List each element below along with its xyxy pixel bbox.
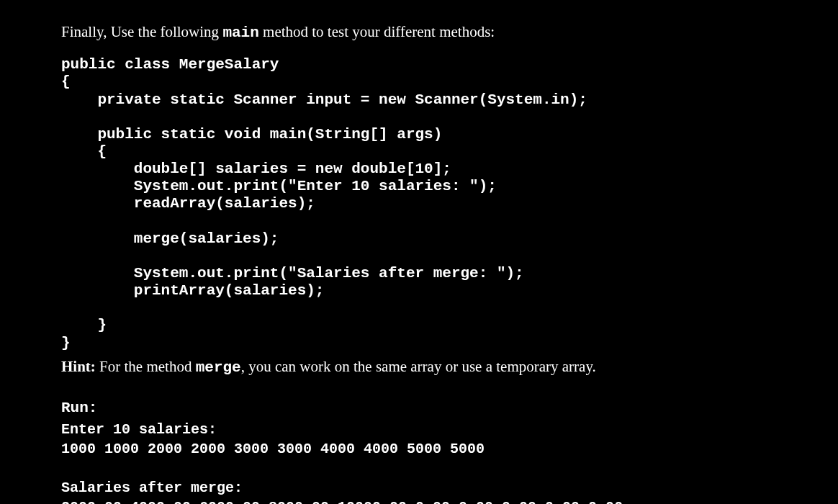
hint-code-word: merge bbox=[196, 359, 241, 376]
intro-suffix: method to test your different methods: bbox=[259, 23, 495, 40]
run-label: Run: bbox=[61, 398, 777, 418]
code-block: public class MergeSalary { private stati… bbox=[61, 56, 777, 351]
intro-prefix: Finally, Use the following bbox=[61, 23, 222, 40]
hint-suffix: , you can work on the same array or use … bbox=[241, 358, 596, 375]
hint-prefix: For the method bbox=[96, 358, 196, 375]
hint-text: Hint: For the method merge, you can work… bbox=[61, 356, 777, 378]
intro-code-word: main bbox=[222, 24, 258, 41]
hint-label: Hint: bbox=[61, 358, 96, 375]
intro-text: Finally, Use the following main method t… bbox=[61, 22, 777, 43]
run-output: Enter 10 salaries: 1000 1000 2000 2000 3… bbox=[61, 420, 777, 504]
